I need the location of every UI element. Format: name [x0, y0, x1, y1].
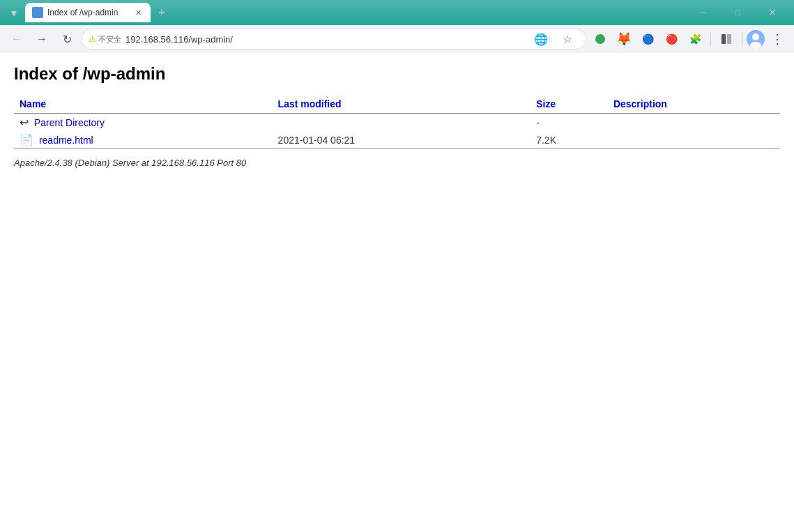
server-info: Apache/2.4.38 (Debian) Server at 192.168… — [14, 158, 780, 168]
svg-rect-2 — [727, 34, 731, 44]
parent-directory-link[interactable]: Parent Directory — [34, 117, 105, 128]
toolbar: ← → ↻ ⚠ 不安全 192.168.56.116/wp-admin/ 🌐 ☆… — [0, 25, 794, 53]
sort-desc-link[interactable]: Description — [613, 98, 667, 109]
back-button[interactable]: ← — [6, 28, 28, 50]
file-name-cell: ↩ Parent Directory — [14, 114, 273, 132]
security-indicator: ⚠ 不安全 — [89, 34, 121, 45]
maximize-button[interactable]: □ — [722, 3, 754, 22]
file-modified-cell — [273, 114, 531, 132]
table-header-row: Name Last modified Size Description — [14, 95, 780, 114]
page-content: Index of /wp-admin Name Last modified Si… — [0, 53, 794, 532]
minimize-button[interactable]: ─ — [687, 3, 719, 22]
address-text[interactable]: 192.168.56.116/wp-admin/ — [125, 34, 526, 45]
sort-modified-link[interactable]: Last modified — [278, 98, 342, 109]
page-title: Index of /wp-admin — [14, 64, 780, 84]
col-header-description: Description — [608, 95, 780, 114]
svg-point-0 — [34, 9, 41, 16]
document-icon: 📄 — [20, 134, 33, 146]
security-text: 不安全 — [98, 34, 121, 45]
bookmark-icon[interactable]: ☆ — [556, 28, 579, 50]
file-size-cell: - — [530, 114, 608, 132]
extension-icon-3[interactable]: 🔴 — [660, 28, 682, 50]
toolbar-divider-2 — [742, 32, 742, 46]
tabs-area: Index of /wp-admin ✕ + — [25, 3, 684, 22]
sort-size-link[interactable]: Size — [536, 98, 556, 109]
file-table: Name Last modified Size Description ↩ Pa… — [14, 95, 780, 149]
folder-up-icon: ↩ — [20, 116, 29, 128]
extension-icon-2[interactable]: 🔵 — [636, 28, 659, 50]
table-row: 📄 readme.html 2021-01-04 06:21 7.2K — [14, 131, 780, 149]
sidebar-icon[interactable] — [715, 28, 738, 50]
toolbar-icons: 🦊 🔵 🔴 🧩 ⋮ — [589, 28, 788, 50]
active-tab[interactable]: Index of /wp-admin ✕ — [25, 3, 151, 22]
file-size-cell: 7.2K — [530, 131, 608, 149]
table-row: ↩ Parent Directory - — [14, 114, 780, 132]
svg-point-4 — [752, 33, 759, 40]
profile-avatar[interactable] — [747, 30, 765, 48]
file-modified-cell: 2021-01-04 06:21 — [273, 131, 531, 149]
browser-chrome: ▾ Index of /wp-admin ✕ + ─ □ ✕ ← → ↻ ⚠ 不… — [0, 0, 794, 53]
reload-button[interactable]: ↻ — [56, 28, 78, 50]
svg-rect-1 — [722, 34, 726, 44]
translate-icon[interactable]: 🌐 — [530, 28, 552, 50]
tab-title: Index of /wp-admin — [47, 8, 128, 17]
extensions-puzzle-icon[interactable]: 🧩 — [684, 28, 706, 50]
sort-name-link[interactable]: Name — [20, 98, 46, 109]
close-button[interactable]: ✕ — [756, 3, 788, 22]
toolbar-divider — [710, 32, 711, 46]
new-tab-button[interactable]: + — [152, 3, 171, 22]
window-controls: ─ □ ✕ — [687, 3, 788, 22]
readme-file-link[interactable]: readme.html — [39, 135, 93, 146]
menu-button[interactable]: ⋮ — [766, 28, 788, 50]
insecure-icon: ⚠ — [89, 34, 96, 44]
tab-dropdown-button[interactable]: ▾ — [6, 4, 22, 21]
file-desc-cell — [608, 114, 780, 132]
tab-close-button[interactable]: ✕ — [132, 7, 144, 18]
col-header-modified: Last modified — [273, 95, 531, 114]
tab-favicon — [32, 7, 43, 18]
extension-fox-icon[interactable]: 🦊 — [613, 28, 635, 50]
address-bar[interactable]: ⚠ 不安全 192.168.56.116/wp-admin/ 🌐 ☆ — [81, 29, 586, 50]
green-status-icon — [589, 28, 611, 50]
file-desc-cell — [608, 131, 780, 149]
forward-button[interactable]: → — [31, 28, 53, 50]
col-header-name: Name — [14, 95, 273, 114]
file-name-cell: 📄 readme.html — [14, 131, 273, 149]
title-bar: ▾ Index of /wp-admin ✕ + ─ □ ✕ — [0, 0, 794, 25]
col-header-size: Size — [530, 95, 608, 114]
green-dot — [595, 34, 605, 44]
